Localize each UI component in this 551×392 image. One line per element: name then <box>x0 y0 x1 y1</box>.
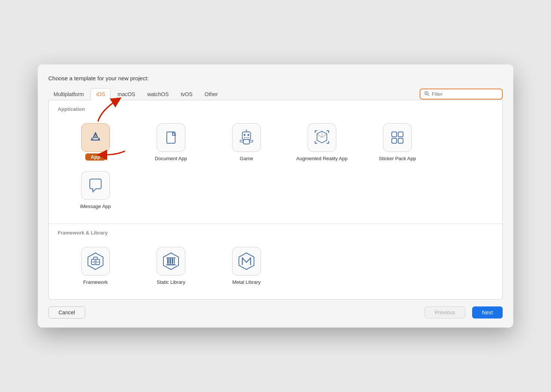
svg-rect-14 <box>248 137 249 138</box>
project-template-dialog: Choose a template for your new project: … <box>38 64 513 328</box>
svg-rect-12 <box>244 137 245 138</box>
svg-line-1 <box>428 95 429 96</box>
svg-rect-38 <box>172 259 173 264</box>
application-section-title: Application <box>58 106 493 112</box>
filter-box <box>420 89 503 100</box>
template-document-app[interactable]: Document App <box>133 119 209 167</box>
static-library-label: Static Library <box>157 279 185 286</box>
svg-rect-13 <box>246 137 247 138</box>
template-static-library[interactable]: Static Library <box>133 242 209 290</box>
imessage-app-label: iMessage App <box>80 204 111 210</box>
framework-icon <box>85 251 106 271</box>
sticker-pack-icon-wrapper <box>383 123 412 152</box>
template-app[interactable]: App <box>58 119 133 167</box>
application-section: Application <box>49 100 502 224</box>
svg-point-19 <box>246 130 247 131</box>
dialog-footer: Cancel Previous Next <box>48 306 503 318</box>
tab-macos[interactable]: macOS <box>112 89 140 100</box>
dialog-title: Choose a template for your new project: <box>48 75 503 81</box>
game-label: Game <box>240 156 253 162</box>
cancel-button[interactable]: Cancel <box>48 306 85 318</box>
svg-rect-5 <box>91 139 100 141</box>
framework-section: Framework & Library <box>49 224 502 299</box>
template-metal-library[interactable]: Metal Library <box>209 242 284 290</box>
tab-tvos[interactable]: tvOS <box>175 89 198 100</box>
svg-rect-35 <box>166 257 175 259</box>
imessage-icon-wrapper <box>81 171 110 200</box>
tab-ios[interactable]: iOS <box>91 88 111 100</box>
document-app-icon-wrapper <box>157 123 185 152</box>
game-icon <box>237 128 256 147</box>
svg-rect-25 <box>398 132 403 137</box>
app-store-icon <box>87 129 104 146</box>
svg-point-11 <box>248 134 249 136</box>
app-selected-badge: App <box>85 153 105 161</box>
svg-rect-17 <box>249 140 253 142</box>
svg-line-23 <box>322 134 327 138</box>
previous-button: Previous <box>425 306 465 318</box>
template-imessage-app[interactable]: iMessage App <box>58 167 133 214</box>
framework-section-title: Framework & Library <box>58 230 493 236</box>
svg-rect-39 <box>174 259 175 264</box>
app-icon-wrapper <box>81 123 110 152</box>
framework-templates-grid: Framework <box>58 242 493 290</box>
filter-icon <box>424 91 429 97</box>
static-library-icon-wrapper <box>157 247 185 276</box>
svg-rect-34 <box>166 264 175 265</box>
ar-icon <box>312 128 331 147</box>
svg-point-10 <box>244 134 246 136</box>
svg-rect-9 <box>242 132 251 139</box>
metal-library-label: Metal Library <box>232 279 260 286</box>
framework-icon-wrapper <box>81 247 110 276</box>
document-app-label: Document App <box>155 156 187 162</box>
svg-rect-27 <box>398 138 403 143</box>
svg-rect-15 <box>243 139 249 144</box>
svg-rect-24 <box>392 132 397 137</box>
svg-rect-7 <box>162 129 180 146</box>
metal-library-icon <box>236 251 257 271</box>
content-area: Application <box>48 100 503 300</box>
template-game[interactable]: Game <box>209 119 284 167</box>
static-library-icon <box>161 251 181 271</box>
svg-line-22 <box>317 134 322 138</box>
svg-rect-36 <box>167 259 169 264</box>
sticker-pack-label: Sticker Pack App <box>379 156 416 162</box>
tab-other[interactable]: Other <box>199 89 223 100</box>
framework-label: Framework <box>83 279 108 286</box>
sticker-pack-icon <box>388 128 407 147</box>
tabs-bar: Multiplatform iOS macOS watchOS tvOS Oth… <box>48 88 503 100</box>
filter-input[interactable] <box>432 91 498 97</box>
template-framework[interactable]: Framework <box>58 242 133 290</box>
ar-app-icon-wrapper <box>308 123 336 152</box>
tabs-container: Multiplatform iOS macOS watchOS tvOS Oth… <box>48 88 223 100</box>
svg-marker-40 <box>239 253 254 270</box>
template-sticker-pack[interactable]: Sticker Pack App <box>360 119 435 167</box>
game-icon-wrapper <box>232 123 261 152</box>
template-ar-app[interactable]: Augmented Reality App <box>284 119 360 167</box>
next-button[interactable]: Next <box>472 306 503 318</box>
svg-rect-26 <box>392 138 397 143</box>
metal-library-icon-wrapper <box>232 247 261 276</box>
svg-rect-37 <box>169 259 171 264</box>
svg-rect-16 <box>240 140 243 142</box>
tab-multiplatform[interactable]: Multiplatform <box>48 89 89 100</box>
tab-watchos[interactable]: watchOS <box>142 89 174 100</box>
ar-app-label: Augmented Reality App <box>296 156 348 162</box>
document-icon <box>162 129 180 146</box>
imessage-icon <box>86 176 105 195</box>
nav-buttons: Previous Next <box>425 306 503 318</box>
application-templates-grid: App Document App <box>58 119 493 214</box>
